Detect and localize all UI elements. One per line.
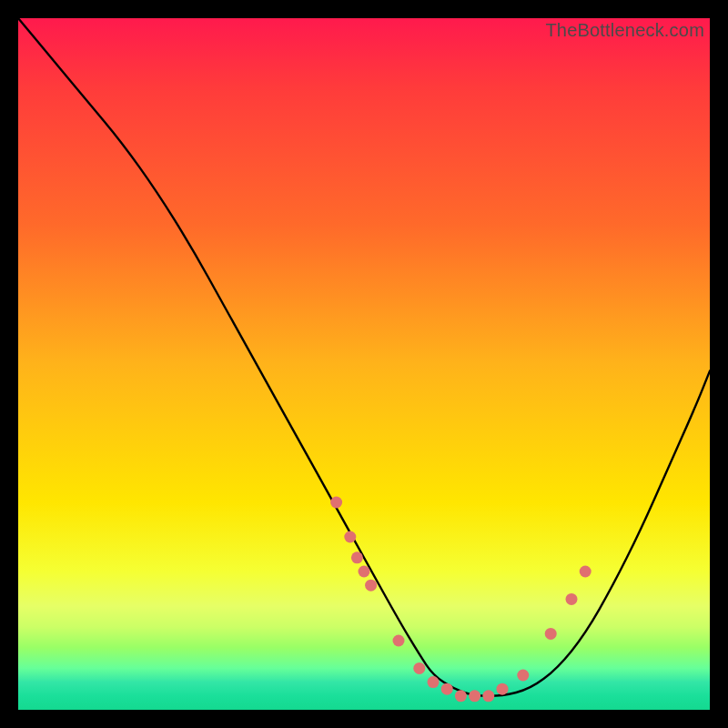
highlight-point: [497, 683, 509, 695]
highlight-point: [580, 566, 592, 578]
highlight-point: [441, 683, 453, 695]
highlight-point: [351, 551, 363, 563]
highlight-point: [428, 676, 440, 688]
highlight-point: [365, 580, 377, 592]
highlight-point: [344, 531, 356, 543]
highlight-point: [393, 635, 405, 647]
highlight-point: [482, 690, 494, 702]
highlight-point: [455, 690, 467, 702]
highlight-point: [566, 593, 578, 605]
highlight-point: [359, 566, 370, 578]
highlight-point: [330, 497, 342, 509]
highlight-point: [469, 690, 480, 702]
highlight-point: [517, 670, 529, 682]
highlight-point: [413, 662, 425, 674]
highlight-point: [545, 628, 557, 640]
bottleneck-curve: [18, 18, 710, 696]
watermark-text: TheBottleneck.com: [545, 20, 704, 41]
bottleneck-curve-svg: [18, 18, 710, 710]
chart-frame: TheBottleneck.com: [18, 18, 710, 710]
